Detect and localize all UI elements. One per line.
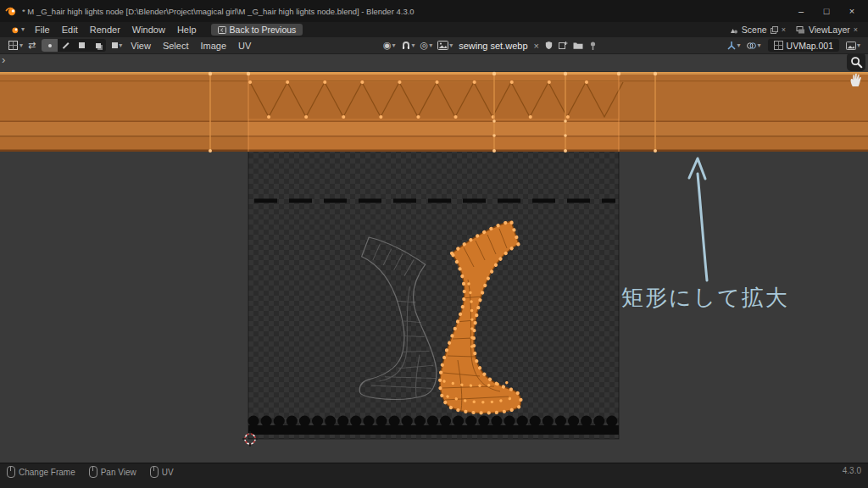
new-image-icon [559, 41, 568, 50]
uv-sync-toggle[interactable]: ⇄ [25, 39, 38, 53]
uv-editor-header: ▾ ⇄ ▾ View Select Image UV ◉ ▾ ▾ [0, 37, 868, 54]
gizmo-icon [726, 41, 737, 51]
window-controls: – □ × [790, 3, 863, 19]
unlink-scene-icon[interactable]: × [782, 25, 786, 34]
menu-window[interactable]: Window [126, 25, 171, 35]
unlink-viewlayer-icon[interactable]: × [854, 25, 858, 34]
magnet-icon [401, 41, 411, 51]
sticky-icon [112, 42, 118, 48]
image-transparent-background[interactable] [248, 72, 619, 439]
pivot-icon: ◉ [383, 41, 392, 50]
chevron-down-icon: ▾ [119, 42, 122, 49]
snapping-button[interactable]: ▾ [398, 39, 418, 53]
pin-button[interactable] [586, 39, 600, 53]
menu-view[interactable]: View [125, 41, 157, 51]
uvmap-name: UVMap.001 [787, 41, 833, 51]
new-scene-icon[interactable] [771, 26, 778, 34]
minimize-button[interactable]: – [790, 3, 812, 19]
menu-help[interactable]: Help [171, 25, 203, 35]
shield-icon [544, 41, 554, 50]
chevron-down-icon: ▾ [449, 42, 453, 49]
statusbar: Change Frame Pan View UV 4.3.0 [0, 463, 868, 488]
maximize-button[interactable]: □ [815, 3, 837, 19]
image-icon [437, 41, 448, 50]
titlebar: * M _G_hair high lights node [D:\Blender… [0, 0, 868, 22]
uvmap-selector[interactable]: UVMap.001 [768, 39, 839, 52]
viewlayer-icon [796, 25, 805, 35]
folder-icon [573, 42, 583, 50]
edge-icon [63, 42, 69, 48]
sticky-selection-button[interactable]: ▾ [109, 39, 125, 53]
image-small-icon [846, 42, 856, 50]
menu-image[interactable]: Image [194, 41, 232, 51]
workspace-icon [218, 26, 226, 34]
mouse-middle-icon [89, 466, 97, 478]
back-to-previous-button[interactable]: Back to Previous [211, 24, 303, 36]
blender-window: * M _G_hair high lights node [D:\Blender… [0, 0, 868, 488]
open-image-button[interactable] [570, 39, 586, 53]
scene-icon [729, 25, 738, 35]
annotation-label: 矩形にして拡大 [621, 283, 789, 313]
sidebar-toggle[interactable]: › [2, 53, 5, 66]
browse-image-button[interactable]: ▾ [435, 39, 455, 53]
selection-mode-group [42, 39, 106, 52]
uvmap-icon [774, 41, 783, 50]
window-title: * M _G_hair high lights node [D:\Blender… [22, 7, 790, 16]
scene-selector[interactable]: Scene × [724, 25, 791, 35]
blender-version: 4.3.0 [843, 466, 861, 475]
image-name-label[interactable]: sewing set.webp [459, 41, 527, 51]
island-icon [96, 43, 101, 48]
mouse-right-icon [150, 466, 159, 478]
annotation-arrow [689, 158, 707, 280]
fake-user-button[interactable] [542, 39, 556, 53]
zoom-widget[interactable] [847, 53, 865, 71]
chevron-down-icon: ▾ [737, 42, 741, 49]
new-image-button[interactable] [556, 39, 570, 53]
chevron-down-icon: ▾ [758, 42, 761, 49]
keymap-uv: UV [150, 466, 174, 478]
overlays-toggle[interactable]: ▾ [743, 39, 764, 53]
editor-type-button[interactable]: ▾ [5, 39, 25, 53]
chevron-down-icon: ▾ [392, 42, 396, 49]
magnifier-icon [849, 55, 863, 69]
menu-select[interactable]: Select [157, 41, 195, 51]
viewlayer-selector[interactable]: ViewLayer × [791, 25, 863, 35]
hand-icon [849, 72, 863, 87]
blender-logo-icon[interactable] [5, 5, 17, 17]
chevron-down-icon: ▾ [429, 42, 432, 49]
menu-edit[interactable]: Edit [56, 25, 84, 35]
overlays-icon [746, 41, 757, 51]
menubar: ▾ File Edit Render Window Help Back to P… [0, 22, 868, 37]
menu-render[interactable]: Render [84, 25, 126, 35]
vertex-icon [48, 44, 52, 47]
pan-hand-cursor [849, 72, 863, 87]
menu-file[interactable]: File [29, 25, 56, 35]
chevron-down-icon: ▾ [412, 42, 415, 49]
mouse-left-icon [7, 466, 15, 478]
keymap-change-frame: Change Frame [7, 466, 75, 478]
pin-icon [588, 41, 598, 51]
gizmos-toggle[interactable]: ▾ [724, 39, 743, 53]
keymap-pan-view: Pan View [89, 466, 136, 478]
select-mode-edge-button[interactable] [58, 39, 74, 52]
uv-editor-icon [8, 40, 19, 51]
proportional-edit-button[interactable]: ◎ ▾ [418, 39, 436, 53]
menu-uv[interactable]: UV [232, 41, 257, 51]
blender-app-icon [9, 25, 19, 35]
face-icon [79, 42, 85, 48]
image-options-button[interactable]: ▾ [843, 39, 863, 53]
pivot-point-button[interactable]: ◉ ▾ [381, 39, 398, 53]
chevron-down-icon: ▾ [21, 26, 25, 33]
select-mode-face-button[interactable] [74, 39, 90, 52]
chevron-down-icon: ▾ [857, 42, 860, 49]
app-menu-button[interactable]: ▾ [5, 25, 29, 35]
select-mode-vertex-button[interactable] [42, 39, 58, 52]
unlink-image-button[interactable]: × [531, 41, 542, 51]
close-button[interactable]: × [841, 3, 863, 19]
chevron-down-icon: ▾ [19, 42, 23, 49]
select-mode-island-button[interactable] [90, 39, 106, 52]
proportional-icon: ◎ [420, 41, 429, 50]
